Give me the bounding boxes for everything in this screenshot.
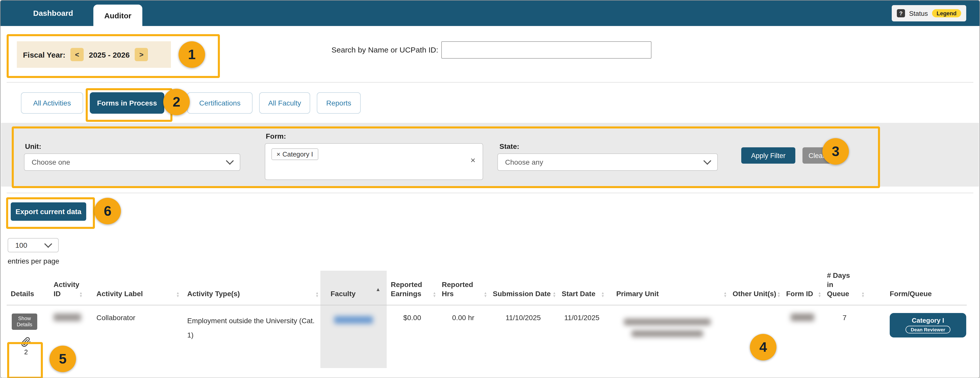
chevron-down-icon xyxy=(44,240,52,248)
sort-icons xyxy=(315,291,319,297)
export-current-data-button[interactable]: Export current data xyxy=(11,202,86,221)
col-header-days-in-queue[interactable]: # Days in Queue xyxy=(823,271,866,305)
primary-unit-redacted xyxy=(632,330,703,337)
fiscal-year-prev-button[interactable]: < xyxy=(70,48,84,61)
state-select[interactable]: Choose any xyxy=(497,153,718,171)
legend-help-icon: ? xyxy=(897,9,905,17)
status-label: Status xyxy=(909,10,928,17)
callout-3: 3 xyxy=(822,138,849,165)
form-filter-label: Form: xyxy=(266,132,286,140)
unit-filter-label: Unit: xyxy=(25,142,41,150)
clear-multiselect-icon[interactable]: × xyxy=(470,156,476,165)
start-date-cell: 11/01/2025 xyxy=(558,305,606,368)
tab-reports[interactable]: Reports xyxy=(317,92,361,114)
tab-all-faculty[interactable]: All Faculty xyxy=(259,92,310,114)
submission-date-cell: 11/10/2025 xyxy=(489,305,558,368)
col-header-form-id[interactable]: Form ID xyxy=(782,271,823,305)
tab-forms-in-process[interactable]: Forms in Process xyxy=(90,92,164,114)
nav-auditor-active-tab[interactable]: Auditor xyxy=(93,5,142,26)
sort-asc-icon: ▲ xyxy=(375,286,380,292)
sort-icons xyxy=(601,291,605,297)
form-name: Category I xyxy=(912,316,944,324)
sort-icons xyxy=(861,291,865,297)
callout-1: 1 xyxy=(178,41,205,68)
form-filter-tag[interactable]: × Category I xyxy=(271,148,318,160)
reported-hrs-cell: 0.00 hr xyxy=(438,305,489,368)
callout-4: 4 xyxy=(750,334,776,361)
col-header-form-queue: Form/Queue xyxy=(866,271,967,305)
unit-select[interactable]: Choose one xyxy=(24,153,240,171)
col-header-activity-types[interactable]: Activity Type(s) xyxy=(181,271,320,305)
form-queue-badge[interactable]: Category I Dean Reviewer xyxy=(890,313,966,337)
sort-icons xyxy=(777,291,781,297)
table-row: Show Details 2 Collaborator Employment o… xyxy=(6,305,967,368)
reported-earnings-cell: $0.00 xyxy=(387,305,438,368)
divider xyxy=(6,193,974,193)
apply-filter-button[interactable]: Apply Filter xyxy=(741,147,795,164)
callout-5: 5 xyxy=(49,346,76,372)
divider xyxy=(6,82,974,83)
sort-icons xyxy=(79,291,83,297)
state-select-value: Choose any xyxy=(505,158,543,166)
callout-6: 6 xyxy=(94,198,121,224)
callout-2: 2 xyxy=(163,89,190,115)
faculty-name-redacted[interactable] xyxy=(334,316,373,324)
col-header-activity-label[interactable]: Activity Label xyxy=(84,271,181,305)
page-size-select[interactable]: 100 xyxy=(8,238,59,253)
col-header-reported-hrs[interactable]: Reported Hrs xyxy=(438,271,489,305)
app-window: Dashboard Auditor ? Status Legend Fiscal… xyxy=(0,0,980,378)
chevron-down-icon xyxy=(703,157,711,165)
paperclip-icon xyxy=(21,337,31,347)
fiscal-year-next-button[interactable]: > xyxy=(135,48,148,61)
col-header-primary-unit[interactable]: Primary Unit xyxy=(606,271,729,305)
col-header-faculty[interactable]: Faculty▲ xyxy=(320,271,387,305)
activity-types-cell: Employment outside the University (Cat. … xyxy=(181,305,320,368)
activity-label-cell: Collaborator xyxy=(84,305,181,368)
show-details-button[interactable]: Show Details xyxy=(12,313,37,330)
queue-name: Dean Reviewer xyxy=(905,326,950,334)
col-header-activity-id[interactable]: Activity ID xyxy=(49,271,84,305)
search-input[interactable] xyxy=(441,41,651,59)
activity-id-redacted xyxy=(54,313,81,321)
sort-icons xyxy=(433,291,436,297)
legend-badge: Legend xyxy=(932,9,961,17)
col-header-submission-date[interactable]: Submission Date xyxy=(489,271,558,305)
table-header-row: Details Activity ID Activity Label Activ… xyxy=(6,271,967,305)
nav-dashboard[interactable]: Dashboard xyxy=(33,0,73,26)
tab-certifications[interactable]: Certifications xyxy=(187,92,253,114)
tab-all-activities[interactable]: All Activities xyxy=(21,92,83,114)
sort-icons xyxy=(723,291,727,297)
form-id-redacted xyxy=(791,313,814,321)
col-header-details: Details xyxy=(6,271,49,305)
fiscal-year-panel: Fiscal Year: < 2025 - 2026 > xyxy=(17,41,171,68)
status-legend-button[interactable]: ? Status Legend xyxy=(892,5,966,21)
col-header-reported-earnings[interactable]: Reported Earnings xyxy=(387,271,438,305)
search-label: Search by Name or UCPath ID: xyxy=(271,45,438,54)
remove-tag-icon[interactable]: × xyxy=(277,150,280,158)
unit-select-value: Choose one xyxy=(32,158,70,166)
form-multiselect[interactable]: × Category I × xyxy=(265,143,483,180)
state-filter-label: State: xyxy=(500,142,519,150)
forms-table: Details Activity ID Activity Label Activ… xyxy=(6,271,967,368)
attachments-cell[interactable]: 2 xyxy=(15,337,37,356)
primary-unit-redacted xyxy=(624,318,711,325)
attachment-count: 2 xyxy=(24,348,28,356)
col-header-start-date[interactable]: Start Date xyxy=(558,271,606,305)
form-tag-label: Category I xyxy=(282,150,313,158)
entries-per-page-label: entries per page xyxy=(8,257,59,265)
col-header-other-units[interactable]: Other Unit(s) xyxy=(729,271,782,305)
sort-icons xyxy=(818,291,821,297)
days-in-queue-cell: 7 xyxy=(823,305,866,368)
sort-icons xyxy=(176,291,180,297)
sort-icons xyxy=(484,291,487,297)
fiscal-year-value: 2025 - 2026 xyxy=(89,50,130,59)
sort-icons xyxy=(552,291,556,297)
fiscal-year-label: Fiscal Year: xyxy=(23,50,65,59)
page-size-value: 100 xyxy=(15,241,27,249)
chevron-down-icon xyxy=(226,157,234,165)
top-navbar: Dashboard Auditor ? Status Legend xyxy=(0,0,980,26)
